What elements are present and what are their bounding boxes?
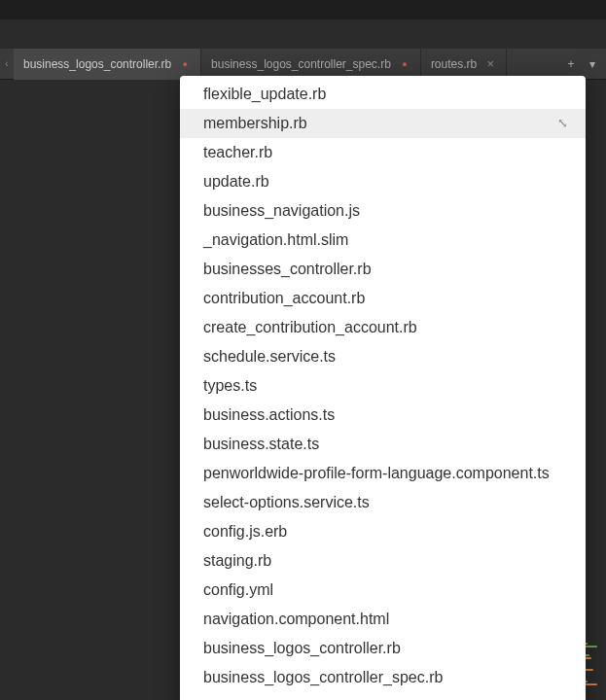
- close-icon[interactable]: ●: [179, 58, 191, 70]
- file-item-label: business_logos_controller.rb: [203, 637, 401, 660]
- file-item-label: types.ts: [203, 374, 257, 398]
- file-item[interactable]: membership.rb⤡: [180, 109, 586, 138]
- file-item-label: flexible_update.rb: [203, 83, 326, 106]
- tab[interactable]: business_logos_controller_spec.rb●: [201, 49, 421, 80]
- file-item-label: _navigation.html.slim: [203, 228, 348, 252]
- chevron-left-icon: ‹: [5, 58, 8, 69]
- open-file-dropdown: flexible_update.rbmembership.rb⤡teacher.…: [180, 76, 586, 700]
- file-item[interactable]: business_logos_controller.rb: [180, 634, 586, 663]
- new-tab-button[interactable]: +: [563, 57, 579, 71]
- file-item[interactable]: penworldwide-profile-form-language.compo…: [180, 459, 586, 488]
- file-item-label: contribution_account.rb: [203, 287, 365, 310]
- file-item-label: schedule.service.ts: [203, 345, 336, 368]
- file-item-label: select-options.service.ts: [203, 491, 370, 514]
- tab-actions: + ▾: [557, 57, 606, 71]
- tab[interactable]: routes.rb×: [421, 49, 507, 80]
- file-item[interactable]: _navigation.html.slim: [180, 226, 586, 255]
- file-item-label: membership.rb: [203, 112, 307, 135]
- tab-overflow-button[interactable]: ▾: [585, 57, 600, 71]
- file-item[interactable]: config.js.erb: [180, 517, 586, 546]
- file-item-label: business_navigation.js: [203, 199, 360, 223]
- file-item-label: penworldwide-profile-form-language.compo…: [203, 462, 550, 485]
- close-icon[interactable]: ●: [399, 58, 410, 70]
- file-item-label: business.state.ts: [203, 433, 319, 456]
- pin-icon: ⤡: [557, 114, 568, 133]
- file-item-label: routes.rb: [203, 695, 265, 700]
- editor-area: flexible_update.rbmembership.rb⤡teacher.…: [0, 80, 606, 700]
- file-item[interactable]: config.yml: [180, 576, 586, 605]
- tab[interactable]: business_logos_controller.rb●: [14, 49, 201, 80]
- tab-label: routes.rb: [431, 57, 477, 71]
- file-item[interactable]: schedule.service.ts: [180, 342, 586, 371]
- file-item-label: staging.rb: [203, 549, 271, 573]
- file-item-label: navigation.component.html: [203, 608, 389, 631]
- file-item[interactable]: types.ts: [180, 371, 586, 401]
- tab-label: business_logos_controller.rb: [23, 57, 171, 71]
- tabs-scroll-left-icon[interactable]: ‹: [0, 49, 14, 79]
- file-item-label: business.actions.ts: [203, 403, 335, 427]
- file-item[interactable]: select-options.service.ts: [180, 488, 586, 517]
- file-item[interactable]: navigation.component.html: [180, 605, 586, 634]
- file-item-label: business_logos_controller_spec.rb: [203, 666, 443, 689]
- file-item[interactable]: businesses_controller.rb: [180, 255, 586, 284]
- tab-label: business_logos_controller_spec.rb: [211, 57, 391, 71]
- window-titlebar: [0, 0, 606, 19]
- file-item[interactable]: business_navigation.js: [180, 196, 586, 226]
- file-item[interactable]: routes.rb: [180, 692, 586, 700]
- file-item[interactable]: business_logos_controller_spec.rb: [180, 663, 586, 692]
- tabs-container: business_logos_controller.rb●business_lo…: [14, 49, 557, 80]
- file-item[interactable]: business.actions.ts: [180, 401, 586, 430]
- file-item-label: teacher.rb: [203, 141, 272, 164]
- file-item-label: update.rb: [203, 170, 269, 193]
- file-item-label: businesses_controller.rb: [203, 258, 372, 281]
- file-item-label: create_contribution_account.rb: [203, 316, 417, 339]
- file-item[interactable]: update.rb: [180, 167, 586, 196]
- file-item[interactable]: teacher.rb: [180, 138, 586, 167]
- file-item-label: config.js.erb: [203, 520, 287, 543]
- file-item[interactable]: flexible_update.rb: [180, 80, 586, 109]
- file-item[interactable]: business.state.ts: [180, 430, 586, 459]
- close-icon[interactable]: ×: [484, 58, 496, 70]
- file-item[interactable]: staging.rb: [180, 546, 586, 576]
- file-item-label: config.yml: [203, 578, 273, 602]
- file-item[interactable]: contribution_account.rb: [180, 284, 586, 313]
- file-item[interactable]: create_contribution_account.rb: [180, 313, 586, 342]
